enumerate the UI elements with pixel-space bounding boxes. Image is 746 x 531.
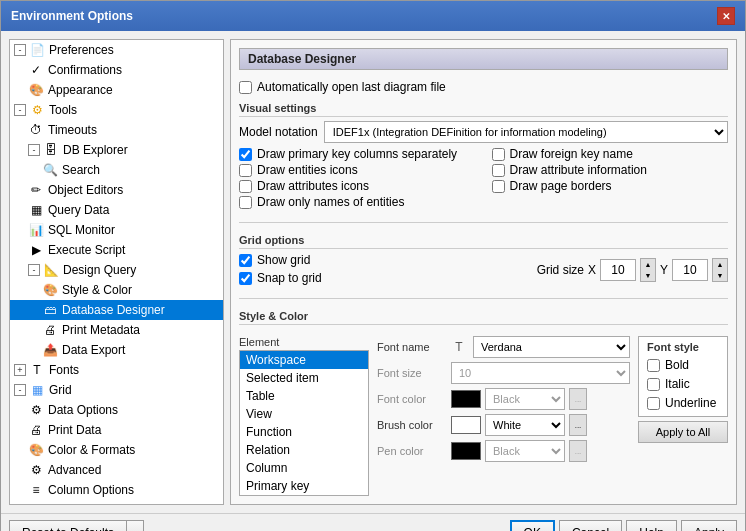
element-selected-item[interactable]: Selected item <box>240 369 368 387</box>
sidebar-item-database-designer[interactable]: 🗃 Database Designer <box>10 300 223 320</box>
grid-x-down[interactable]: ▼ <box>641 270 655 281</box>
element-column[interactable]: Column <box>240 459 368 477</box>
sidebar-item-appearance[interactable]: 🎨 Appearance <box>10 80 223 100</box>
pen-color-dots-btn: ... <box>569 440 587 462</box>
sidebar-item-print-data[interactable]: 🖨 Print Data <box>10 420 223 440</box>
bold-checkbox[interactable] <box>647 359 660 372</box>
sidebar-tree: - 📄 Preferences ✓ Confirmations 🎨 Appear… <box>9 39 224 505</box>
sidebar-item-confirmations[interactable]: ✓ Confirmations <box>10 60 223 80</box>
brush-color-dots-btn[interactable]: ... <box>569 414 587 436</box>
fk-name-checkbox[interactable] <box>492 148 505 161</box>
sidebar-item-search[interactable]: 🔍 Search <box>10 160 223 180</box>
sidebar-label-print-data: Print Data <box>48 423 101 437</box>
sidebar-item-data-export[interactable]: 📤 Data Export <box>10 340 223 360</box>
preferences-icon: 📄 <box>29 42 45 58</box>
expand-fonts[interactable]: + <box>14 364 26 376</box>
sidebar-label-data-export: Data Export <box>62 343 125 357</box>
apply-button[interactable]: Apply <box>681 520 737 531</box>
close-button[interactable]: ✕ <box>717 7 735 25</box>
sidebar-item-tools[interactable]: - ⚙ Tools <box>10 100 223 120</box>
element-relation[interactable]: Relation <box>240 441 368 459</box>
element-view[interactable]: View <box>240 405 368 423</box>
expand-grid[interactable]: - <box>14 384 26 396</box>
expand-design-query[interactable]: - <box>28 264 40 276</box>
grid-x-input[interactable] <box>600 259 636 281</box>
font-color-select: Black <box>485 388 565 410</box>
element-list-label: Element <box>239 336 309 348</box>
dialog-footer: Reset to Defaults ▼ OK Cancel Help Apply <box>1 513 745 531</box>
model-notation-select[interactable]: IDEF1x (Integration DEFinition for infor… <box>324 121 728 143</box>
sidebar-item-object-editors[interactable]: ✏ Object Editors <box>10 180 223 200</box>
sidebar-item-db-explorer[interactable]: - 🗄 DB Explorer <box>10 140 223 160</box>
checkbox-page-borders: Draw page borders <box>492 179 729 193</box>
checkbox-fk-name: Draw foreign key name <box>492 147 729 161</box>
apply-to-all-button[interactable]: Apply to All <box>638 421 728 443</box>
element-workspace[interactable]: Workspace <box>240 351 368 369</box>
reset-dropdown-arrow[interactable]: ▼ <box>126 520 144 531</box>
snap-to-grid-checkbox[interactable] <box>239 272 252 285</box>
sidebar-item-data-options[interactable]: ⚙ Data Options <box>10 400 223 420</box>
execute-script-icon: ▶ <box>28 242 44 258</box>
sidebar-item-timeouts[interactable]: ⏱ Timeouts <box>10 120 223 140</box>
underline-row: Underline <box>647 396 719 410</box>
brush-color-select[interactable]: White <box>485 414 565 436</box>
model-notation-label: Model notation <box>239 125 318 139</box>
draw-entities-checkbox[interactable] <box>239 164 252 177</box>
page-borders-checkbox[interactable] <box>492 180 505 193</box>
italic-checkbox[interactable] <box>647 378 660 391</box>
checkbox-draw-pk: Draw primary key columns separately <box>239 147 476 161</box>
element-column: Element Workspace Selected item Table Vi… <box>239 336 369 496</box>
draw-attributes-checkbox[interactable] <box>239 180 252 193</box>
sidebar-label-tools: Tools <box>49 103 77 117</box>
sidebar-item-fonts[interactable]: + T Fonts <box>10 360 223 380</box>
help-button[interactable]: Help <box>626 520 677 531</box>
grid-y-down[interactable]: ▼ <box>713 270 727 281</box>
sidebar-item-column-options[interactable]: ≡ Column Options <box>10 480 223 500</box>
sidebar-item-sql-monitor[interactable]: 📊 SQL Monitor <box>10 220 223 240</box>
grid-y-up[interactable]: ▲ <box>713 259 727 270</box>
bold-row: Bold <box>647 358 719 372</box>
font-name-row: Font name T Verdana <box>377 336 630 358</box>
element-function[interactable]: Function <box>240 423 368 441</box>
db-explorer-icon: 🗄 <box>43 142 59 158</box>
style-color-icon: 🎨 <box>42 282 58 298</box>
sql-monitor-icon: 📊 <box>28 222 44 238</box>
sidebar-item-preferences[interactable]: - 📄 Preferences <box>10 40 223 60</box>
panel-title: Database Designer <box>239 48 728 70</box>
reset-defaults-button[interactable]: Reset to Defaults <box>9 520 126 531</box>
attr-info-checkbox[interactable] <box>492 164 505 177</box>
show-grid-checkbox[interactable] <box>239 254 252 267</box>
sidebar-item-execute-script[interactable]: ▶ Execute Script <box>10 240 223 260</box>
sidebar-item-grid[interactable]: - ▦ Grid <box>10 380 223 400</box>
expand-tools[interactable]: - <box>14 104 26 116</box>
font-props-column: Font name T Verdana Font size 10 <box>377 336 630 496</box>
sidebar-label-column-options: Column Options <box>48 483 134 497</box>
sidebar-item-advanced[interactable]: ⚙ Advanced <box>10 460 223 480</box>
sidebar-item-query-data[interactable]: ▦ Query Data <box>10 200 223 220</box>
sidebar-item-style-color[interactable]: 🎨 Style & Color <box>10 280 223 300</box>
sidebar-item-color-formats[interactable]: 🎨 Color & Formats <box>10 440 223 460</box>
element-primary-key[interactable]: Primary key <box>240 477 368 495</box>
italic-row: Italic <box>647 377 719 391</box>
grid-x-up[interactable]: ▲ <box>641 259 655 270</box>
sidebar-label-grid: Grid <box>49 383 72 397</box>
font-name-select[interactable]: Verdana <box>473 336 630 358</box>
auto-open-checkbox[interactable] <box>239 81 252 94</box>
ok-button[interactable]: OK <box>510 520 555 531</box>
sidebar-item-print-metadata[interactable]: 🖨 Print Metadata <box>10 320 223 340</box>
expand-db-explorer[interactable]: - <box>28 144 40 156</box>
snap-to-grid-row: Snap to grid <box>239 271 322 285</box>
sidebar-label-object-editors: Object Editors <box>48 183 123 197</box>
expand-preferences[interactable]: - <box>14 44 26 56</box>
draw-pk-checkbox[interactable] <box>239 148 252 161</box>
cancel-button[interactable]: Cancel <box>559 520 622 531</box>
attr-info-label: Draw attribute information <box>510 163 647 177</box>
element-list: Workspace Selected item Table View Funct… <box>239 350 369 496</box>
grid-y-spinner: ▲ ▼ <box>712 258 728 282</box>
font-color-label: Font color <box>377 393 447 405</box>
underline-checkbox[interactable] <box>647 397 660 410</box>
draw-names-only-checkbox[interactable] <box>239 196 252 209</box>
grid-y-input[interactable] <box>672 259 708 281</box>
element-table[interactable]: Table <box>240 387 368 405</box>
sidebar-item-design-query[interactable]: - 📐 Design Query <box>10 260 223 280</box>
